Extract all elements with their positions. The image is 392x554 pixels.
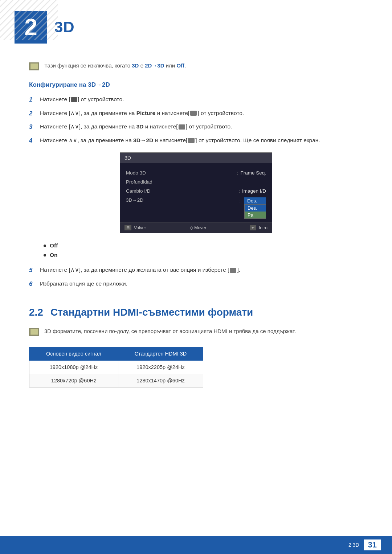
section-heading-3d2d: Конфигуриране на 3D→2D (29, 81, 363, 89)
footer-page-number: 31 (364, 539, 381, 550)
bullet-list: Off On (44, 242, 363, 258)
section-22-number: 2.2 (29, 307, 43, 318)
table-cell-2-2: 1280x1470p @60Hz (118, 374, 203, 387)
footer-enter: ↵ Intro (250, 225, 268, 230)
table-header-2: Стандартен HDMI 3D (118, 347, 203, 361)
table-cell-1-1: 1920x1080p @24Hz (29, 361, 118, 374)
screen-footer: ⊞ Volver ◇ Mover ↵ Intro (120, 222, 272, 233)
step-3: 3 Натиснете [∧∨], за да преминете на 3D … (29, 122, 363, 132)
step-6: 6 Избраната опция ще се приложи. (29, 279, 363, 289)
top-decoration (0, 0, 58, 40)
step-4: 4 Натиснете ∧∨, за да преминете на 3D→2D… (29, 136, 363, 145)
section-22-header: 2.2 Стандартни HDMI-съвместими формати (29, 307, 363, 318)
screen-row-profundidad: Profundidad (126, 177, 266, 186)
enter-icon-5 (230, 268, 236, 273)
hdmi-table: Основен видео сигнал Стандартен HDMI 3D … (29, 347, 203, 387)
table-cell-1-2: 1920x2205p @24Hz (118, 361, 203, 374)
steps-list: 1 Натиснете [] от устройството. 2 Натисн… (29, 95, 363, 145)
note-box-2: 3D форматите, посочени по-долу, се препо… (29, 327, 363, 336)
screen-content: Modo 3D :Frame Seq. Profundidad Cambio I… (120, 163, 272, 222)
bullet-on: On (44, 252, 363, 258)
footer-text: 2 3D (348, 542, 359, 548)
content-area: Тази функция се изключва, когато 3D е 2D… (0, 51, 392, 409)
enter-icon-4 (188, 138, 195, 143)
screen-row-3d2d: 3D→2D : Des. Des. Pa (126, 196, 266, 206)
enter-icon-2 (190, 111, 197, 116)
bullet-label-on: On (50, 252, 58, 258)
bullet-dot-on (44, 254, 46, 257)
screen-container: 3D Modo 3D :Frame Seq. Profundidad Cambi… (29, 152, 363, 233)
step-1: 1 Натиснете [] от устройството. (29, 95, 363, 104)
menu-icon-1 (71, 97, 77, 102)
svg-rect-6 (30, 329, 38, 335)
bullet-off: Off (44, 242, 363, 249)
note-text-2: 3D форматите, посочени по-долу, се препо… (44, 327, 296, 336)
footer-back: ⊞ Volver (124, 225, 146, 230)
step-5: 5 Натиснете [∧∨], за да преминете до жел… (29, 266, 363, 275)
chapter-header: 2 3D (0, 0, 392, 51)
dropdown-item-pa: Pa (245, 212, 266, 218)
svg-rect-1 (0, 0, 58, 40)
screen-row-cambio: Cambio I/D :Imagen I/D (126, 186, 266, 196)
section-22-title: Стандартни HDMI-съвместими формати (50, 307, 253, 318)
bullet-dot-off (44, 245, 46, 247)
note-text-1: Тази функция се изключва, когато 3D е 2D… (44, 62, 186, 70)
enter-icon-3 (179, 124, 185, 130)
screen-title: 3D (120, 153, 272, 163)
step-2: 2 Натиснете [∧∨], за да преминете на Pic… (29, 109, 363, 118)
table-row: 1280x720p @60Hz 1280x1470p @60Hz (29, 374, 203, 387)
table-cell-2-1: 1280x720p @60Hz (29, 374, 118, 387)
note-icon-1 (29, 62, 39, 70)
screen-value-highlighted: Des. (244, 197, 266, 204)
page-footer: 2 3D 31 (0, 536, 392, 554)
note-icon-2 (29, 328, 39, 336)
table-row: 1920x1080p @24Hz 1920x2205p @24Hz (29, 361, 203, 374)
steps-5-6-list: 5 Натиснете [∧∨], за да преминете до жел… (29, 266, 363, 288)
note-box-1: Тази функция се изключва, когато 3D е 2D… (29, 62, 363, 70)
dropdown-item-des: Des. (245, 205, 266, 212)
screen-box: 3D Modo 3D :Frame Seq. Profundidad Cambi… (120, 152, 272, 233)
screen-row-modo: Modo 3D :Frame Seq. (126, 168, 266, 177)
footer-move: ◇ Mover (190, 225, 207, 230)
table-header-1: Основен видео сигнал (29, 347, 118, 361)
bullet-label-off: Off (50, 242, 58, 249)
svg-rect-3 (30, 63, 38, 69)
section-22: 2.2 Стандартни HDMI-съвместими формати 3… (29, 307, 363, 387)
